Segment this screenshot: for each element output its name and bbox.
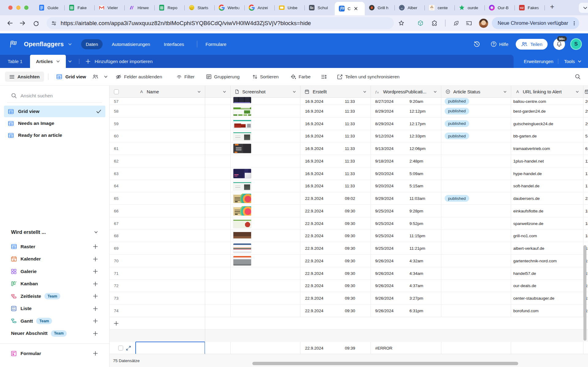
- chevron-down-icon[interactable]: [292, 90, 296, 94]
- erstellt-cell[interactable]: 16.9.2024 11:33: [300, 105, 371, 117]
- extension-hexagon-button[interactable]: [417, 15, 424, 31]
- browser-tab[interactable]: Grill h: [365, 0, 395, 15]
- alert-cell[interactable]: 11: [583, 155, 588, 167]
- unnamed-cell[interactable]: [205, 205, 231, 217]
- unnamed-cell[interactable]: [205, 267, 231, 279]
- unnamed-cell[interactable]: [205, 130, 231, 142]
- create-option[interactable]: Formular: [0, 347, 109, 360]
- create-option[interactable]: Raster: [0, 241, 109, 253]
- name-cell[interactable]: 59: [110, 118, 205, 130]
- create-option[interactable]: Neuer Abschnitt Team: [0, 327, 109, 340]
- name-cell[interactable]: 57: [110, 98, 205, 105]
- wordpress-cell[interactable]: 9/25/2024 9:28pm: [371, 205, 441, 217]
- table-row[interactable]: 74 22.9.2024 09:30 9/26/2024 6:31pm boro…: [110, 305, 588, 317]
- alert-cell[interactable]: 51: [583, 130, 588, 142]
- url-cell[interactable]: best-garden24.de: [511, 105, 583, 117]
- view-search[interactable]: Ansicht suchen: [0, 86, 109, 99]
- screenshot-cell[interactable]: [231, 192, 300, 204]
- wordpress-cell[interactable]: 8/27/2024 9:20am: [371, 98, 441, 105]
- erstellt-cell[interactable]: 22.9.2024 09:30: [300, 255, 371, 267]
- plus-icon[interactable]: [93, 281, 98, 286]
- wordpress-cell[interactable]: 9/25/2024 11:21pm: [371, 242, 441, 254]
- bookmark-button[interactable]: [398, 15, 405, 31]
- table-row[interactable]: 70 22.9.2024 09:30 9/26/2024 4:32am gart…: [110, 255, 588, 267]
- alert-cell[interactable]: 18: [583, 205, 588, 217]
- wordpress-cell[interactable]: 9/29/2024 11:03am: [371, 192, 441, 204]
- browser-menu-icon[interactable]: [572, 21, 577, 26]
- alert-cell[interactable]: 29: [583, 118, 588, 130]
- wordpress-cell[interactable]: 9/25/2024 9:52pm: [371, 217, 441, 230]
- profile-avatar[interactable]: [479, 15, 488, 31]
- table-row[interactable]: 59 16.9.2024 11:33 8/29/2024 12:17pm pub…: [110, 118, 588, 130]
- plus-icon[interactable]: [93, 318, 98, 324]
- browser-tab[interactable]: Repo: [155, 0, 185, 15]
- help-button[interactable]: Hilfe: [491, 33, 508, 55]
- energy-saver-button[interactable]: [453, 15, 459, 31]
- erstellt-cell[interactable]: 16.9.2024 11:33: [300, 155, 371, 167]
- table-row[interactable]: 65 22.9.2024 09:02 9/29/2024 11:03am pub…: [110, 192, 588, 205]
- screenshot-cell[interactable]: [231, 130, 300, 142]
- erstellt-cell[interactable]: 22.9.2024 09:30: [300, 292, 371, 304]
- url-cell[interactable]: einkaufsflotte.de: [511, 205, 583, 217]
- create-option[interactable]: 31 Kalender: [0, 253, 109, 265]
- erstellt-cell[interactable]: 22.9.2024 09:30: [300, 267, 371, 279]
- url-cell[interactable]: our-deals.de: [511, 280, 583, 292]
- url-cell[interactable]: soft-handel.de: [511, 180, 583, 192]
- unnamed-cell[interactable]: [205, 242, 231, 254]
- column-header[interactable]: Erstellt: [300, 86, 371, 98]
- status-cell[interactable]: [441, 155, 511, 167]
- browser-tab[interactable]: C: [335, 2, 365, 15]
- minimize-window-button[interactable]: [16, 6, 21, 10]
- status-cell[interactable]: [441, 217, 511, 230]
- unnamed-cell[interactable]: [205, 98, 231, 105]
- views-button[interactable]: Ansichten: [5, 72, 44, 82]
- alert-cell[interactable]: 29: [583, 105, 588, 117]
- plus-icon[interactable]: [93, 306, 98, 311]
- browser-tab[interactable]: Vieler: [95, 0, 125, 15]
- screenshot-cell[interactable]: [231, 342, 300, 354]
- wordpress-cell[interactable]: 8/29/2024 12:17pm: [371, 118, 441, 130]
- toolbar-button[interactable]: Felder ausblenden: [115, 74, 162, 80]
- omnibox[interactable]: https://airtable.com/appa3i7uwxquuz82n/t…: [47, 15, 394, 31]
- browser-tab[interactable]: Sc Schul: [305, 0, 335, 15]
- status-cell[interactable]: [441, 242, 511, 254]
- erstellt-cell[interactable]: 22.9.2024 09:30: [300, 205, 371, 217]
- horizontal-scrollbar[interactable]: [252, 362, 518, 365]
- toolbar-button[interactable]: Teilen und synchronisieren: [337, 74, 400, 80]
- share-button[interactable]: Teilen: [516, 33, 548, 55]
- name-cell[interactable]: 73: [110, 292, 205, 304]
- active-name-cell[interactable]: [135, 342, 205, 354]
- unnamed-cell[interactable]: [205, 292, 231, 304]
- airtable-logo[interactable]: [8, 33, 17, 55]
- site-settings-icon[interactable]: [51, 21, 57, 26]
- status-cell[interactable]: [441, 267, 511, 279]
- new-tab-button[interactable]: +: [550, 2, 554, 11]
- base-title-chevron[interactable]: [68, 33, 72, 55]
- column-header[interactable]: A URL linking to Alert: [511, 86, 583, 98]
- browser-tab[interactable]: Anzei: [245, 0, 275, 15]
- unnamed-cell[interactable]: [205, 105, 231, 117]
- erstellt-cell[interactable]: 16.9.2024 11:33: [300, 167, 371, 180]
- table-list-chevron[interactable]: [68, 55, 72, 68]
- unnamed-cell[interactable]: [205, 217, 231, 230]
- browser-tab[interactable]: Alber: [395, 0, 425, 15]
- name-cell[interactable]: 60: [110, 130, 205, 142]
- toolbar-button[interactable]: Gruppierung: [206, 74, 239, 79]
- name-cell[interactable]: 72: [110, 280, 205, 292]
- column-header[interactable]: fx WordpressPublicati...: [371, 86, 441, 98]
- status-cell[interactable]: [441, 205, 511, 217]
- url-cell[interactable]: borofund.com: [511, 305, 583, 317]
- plus-icon[interactable]: [93, 294, 98, 299]
- erstellt-cell[interactable]: 22.9.2024 09:30: [300, 242, 371, 254]
- select-all-checkbox[interactable]: [114, 89, 119, 94]
- table-tab[interactable]: Articles: [30, 55, 66, 68]
- status-cell[interactable]: published: [441, 105, 511, 117]
- status-cell[interactable]: [441, 280, 511, 292]
- close-window-button[interactable]: [8, 6, 13, 10]
- url-cell[interactable]: gartentechnik-nord.com: [511, 255, 583, 267]
- chevron-down-icon[interactable]: [433, 90, 437, 94]
- wordpress-cell[interactable]: 9/26/2024 6:31pm: [371, 305, 441, 317]
- search-button[interactable]: [575, 68, 581, 85]
- create-section-header[interactable]: Wird erstellt ...: [11, 229, 98, 235]
- toolbar-button[interactable]: Sortieren: [252, 74, 279, 79]
